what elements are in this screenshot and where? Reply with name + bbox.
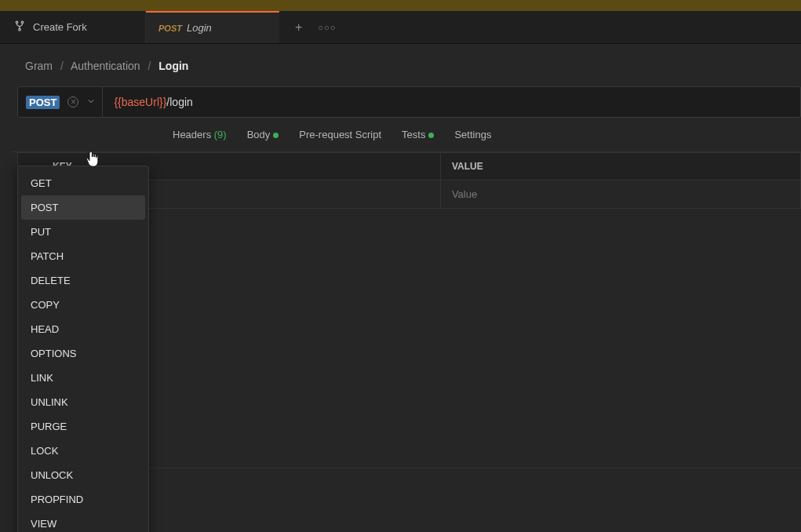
tab-method-badge: POST (158, 24, 182, 33)
subtab-headers[interactable]: Headers (9) (173, 129, 227, 140)
method-option-copy[interactable]: COPY (21, 293, 145, 317)
chevron-down-icon (86, 95, 96, 109)
method-option-unlock[interactable]: UNLOCK (21, 463, 145, 487)
url-path: /login (166, 96, 192, 108)
method-select[interactable]: POST × (17, 86, 103, 118)
method-option-head[interactable]: HEAD (21, 317, 145, 341)
method-selected-label: POST (26, 96, 60, 109)
subtab-tests[interactable]: Tests (402, 129, 434, 140)
url-variable: {{baseUrl}} (114, 96, 166, 108)
method-option-options[interactable]: OPTIONS (21, 341, 145, 366)
tab-title: Login (187, 22, 212, 34)
create-fork-label: Create Fork (33, 21, 87, 33)
request-subtabs: Headers (9) Body Pre-request Script Test… (11, 118, 801, 152)
headers-count: (9) (214, 129, 227, 140)
method-option-patch[interactable]: PATCH (21, 244, 145, 268)
fork-icon (14, 20, 25, 34)
method-option-purge[interactable]: PURGE (21, 414, 145, 439)
subtab-prerequest[interactable]: Pre-request Script (299, 129, 381, 140)
breadcrumb-root[interactable]: Gram (25, 60, 53, 72)
method-option-link[interactable]: LINK (21, 366, 145, 390)
breadcrumb-current: Login (158, 60, 188, 72)
subtab-body[interactable]: Body (247, 129, 279, 140)
tab-bar: Create Fork POST Login + ○○○ (0, 11, 801, 44)
svg-point-2 (19, 28, 21, 31)
method-option-post[interactable]: POST (21, 195, 145, 220)
request-content: Gram / Authentication / Login POST × {{b… (0, 44, 801, 504)
new-tab-button[interactable]: + (295, 20, 302, 35)
subtab-tests-label: Tests (402, 129, 425, 140)
method-option-lock[interactable]: LOCK (21, 439, 145, 463)
method-option-unlink[interactable]: UNLINK (21, 390, 145, 414)
subtab-headers-label: Headers (173, 129, 211, 140)
tab-actions: + ○○○ (279, 11, 336, 43)
breadcrumb-sep: / (148, 60, 151, 72)
method-option-propfind[interactable]: PROPFIND (21, 487, 145, 512)
body-active-dot (273, 133, 279, 138)
method-option-put[interactable]: PUT (21, 220, 145, 244)
tab-login[interactable]: POST Login (146, 11, 279, 43)
breadcrumb: Gram / Authentication / Login (11, 44, 801, 86)
subtab-settings[interactable]: Settings (454, 129, 491, 140)
url-row: POST × {{baseUrl}}/login (11, 86, 801, 118)
value-input-cell[interactable]: Value (440, 180, 800, 209)
svg-point-1 (21, 21, 24, 24)
svg-point-0 (16, 21, 18, 24)
method-option-delete[interactable]: DELETE (21, 268, 145, 293)
create-fork-button[interactable]: Create Fork (0, 11, 146, 43)
url-input[interactable]: {{baseUrl}}/login (103, 86, 801, 118)
breadcrumb-folder[interactable]: Authentication (71, 60, 140, 72)
subtab-body-label: Body (247, 129, 271, 140)
method-dropdown: GETPOSTPUTPATCHDELETECOPYHEADOPTIONSLINK… (17, 166, 149, 532)
window-top-strip (0, 0, 801, 11)
method-option-view[interactable]: VIEW (21, 512, 145, 532)
method-option-get[interactable]: GET (21, 171, 145, 195)
breadcrumb-sep: / (60, 60, 64, 72)
clear-method-icon[interactable]: × (67, 97, 78, 107)
table-header-value: VALUE (440, 153, 800, 180)
tab-overflow-button[interactable]: ○○○ (318, 23, 336, 32)
tests-active-dot (428, 133, 434, 138)
